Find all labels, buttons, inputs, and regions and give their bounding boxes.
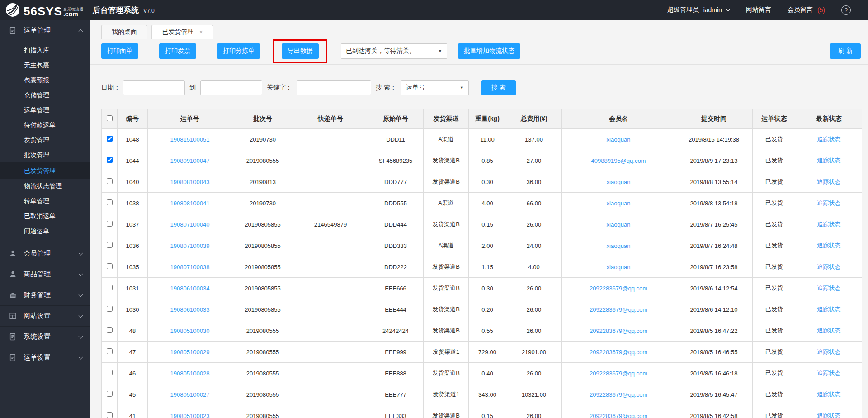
waybill-link[interactable]: 190805100028	[170, 370, 210, 377]
tracking-status-link[interactable]: 追踪状态	[817, 391, 841, 398]
row-checkbox[interactable]	[107, 370, 113, 375]
tracking-status-link[interactable]: 追踪状态	[817, 370, 841, 376]
topbar: 56SYS 全景物流通 .com 后台管理系统 V7.0 超级管理员 iadmi…	[0, 0, 868, 20]
search-by-select[interactable]: 运单号 ▼	[401, 80, 469, 95]
member-link[interactable]: xiaoquan	[607, 221, 631, 228]
member-link[interactable]: 2092283679@qq.com	[590, 285, 647, 292]
sidebar-item-shipped-management[interactable]: 已发货管理	[0, 162, 90, 179]
member-link[interactable]: 2092283679@qq.com	[590, 413, 647, 418]
row-checkbox[interactable]	[107, 242, 113, 248]
sidebar-section-system-settings[interactable]: 系统设置	[0, 326, 90, 347]
member-link[interactable]: 2092283679@qq.com	[590, 391, 647, 398]
sidebar-item-waybill-management[interactable]: 运单管理	[0, 103, 90, 118]
member-link[interactable]: 2092283679@qq.com	[590, 306, 647, 313]
close-tab-icon[interactable]: ×	[199, 28, 203, 36]
member-link[interactable]: xiaoquan	[607, 264, 631, 271]
batch-add-status-button[interactable]: 批量增加物流状态	[458, 43, 520, 59]
waybill-link[interactable]: 190806100034	[170, 285, 210, 292]
sidebar-item-cancelled-waybill[interactable]: 已取消运单	[0, 209, 90, 223]
date-to-input[interactable]	[200, 80, 262, 95]
tracking-status-link[interactable]: 追踪状态	[817, 221, 841, 228]
member-messages-link[interactable]: 会员留言 (5)	[788, 6, 825, 14]
cell-order-id: 1037	[118, 214, 148, 235]
waybill-link[interactable]: 190807100040	[170, 221, 210, 228]
waybill-link[interactable]: 190815100051	[170, 136, 210, 143]
logistics-status-select[interactable]: 已到达海关，等待清关。 ▼	[341, 43, 447, 59]
tracking-status-link[interactable]: 追踪状态	[817, 178, 841, 185]
waybill-link[interactable]: 190805100023	[170, 413, 210, 418]
row-checkbox[interactable]	[107, 391, 113, 397]
row-checkbox[interactable]	[107, 178, 113, 184]
member-link[interactable]: 2092283679@qq.com	[590, 349, 647, 356]
sidebar-item-package-forecast[interactable]: 包裹预报	[0, 73, 90, 88]
sidebar-section-product-management[interactable]: 商品管理	[0, 264, 90, 285]
sidebar-item-transfer-management[interactable]: 转单管理	[0, 194, 90, 209]
row-checkbox[interactable]	[107, 306, 113, 312]
sidebar-item-shipping-management[interactable]: 发货管理	[0, 133, 90, 147]
tracking-status-link[interactable]: 追踪状态	[817, 306, 841, 313]
site-messages-link[interactable]: 网站留言	[746, 6, 771, 14]
waybill-link[interactable]: 190806100033	[170, 306, 210, 313]
print-sorting-button[interactable]: 打印分拣单	[217, 43, 260, 59]
sidebar-item-scan-inbound[interactable]: 扫描入库	[0, 43, 90, 58]
help-icon[interactable]: ?	[841, 5, 851, 15]
sidebar-section-waybill-management[interactable]: 运单管理	[0, 20, 90, 41]
table-row: 103019080610003320190805855EEE444发货渠道B0.…	[102, 299, 862, 320]
sidebar-section-website-settings[interactable]: 网站设置	[0, 305, 90, 326]
member-link[interactable]: 2092283679@qq.com	[590, 370, 647, 377]
waybill-link[interactable]: 190808100041	[170, 200, 210, 207]
member-link[interactable]: xiaoquan	[607, 242, 631, 249]
member-link[interactable]: 2092283679@qq.com	[590, 328, 647, 334]
member-link[interactable]: xiaoquan	[607, 136, 631, 143]
row-checkbox[interactable]	[107, 412, 113, 418]
row-checkbox[interactable]	[107, 200, 113, 205]
sidebar-item-pending-payment-waybill[interactable]: 待付款运单	[0, 118, 90, 133]
tracking-status-link[interactable]: 追踪状态	[817, 285, 841, 291]
waybill-link[interactable]: 190807100038	[170, 264, 210, 271]
export-data-button[interactable]: 导出数据	[282, 43, 319, 59]
tracking-status-link[interactable]: 追踪状态	[817, 136, 841, 142]
tracking-status-link[interactable]: 追踪状态	[817, 200, 841, 206]
waybill-link[interactable]: 190807100039	[170, 242, 210, 249]
sidebar-section-waybill-settings[interactable]: 运单设置	[0, 347, 90, 368]
keyword-input[interactable]	[297, 80, 371, 95]
tracking-status-link[interactable]: 追踪状态	[817, 412, 841, 418]
print-invoice-button[interactable]: 打印发票	[159, 43, 196, 59]
waybill-link[interactable]: 190809100047	[170, 157, 210, 164]
sidebar-item-batch-management[interactable]: 批次管理	[0, 147, 90, 162]
sidebar-item-problem-waybill[interactable]: 问题运单	[0, 223, 90, 238]
search-button[interactable]: 搜 索	[481, 80, 516, 95]
tracking-status-link[interactable]: 追踪状态	[817, 242, 841, 249]
tab-my-desktop[interactable]: 我的桌面	[101, 25, 147, 39]
waybill-link[interactable]: 190808100043	[170, 179, 210, 185]
sidebar-item-logistics-status-management[interactable]: 物流状态管理	[0, 179, 90, 194]
sidebar-section-finance-management[interactable]: 财务管理	[0, 285, 90, 305]
member-link[interactable]: 409889195@qq.com	[591, 157, 646, 164]
tracking-status-link[interactable]: 追踪状态	[817, 327, 841, 334]
date-from-input[interactable]	[123, 80, 185, 95]
waybill-link[interactable]: 190805100027	[170, 391, 210, 398]
waybill-link[interactable]: 190805100030	[170, 328, 210, 334]
row-checkbox[interactable]	[107, 327, 113, 333]
row-checkbox[interactable]	[107, 221, 113, 227]
sidebar-item-unclaimed-package[interactable]: 无主包裹	[0, 58, 90, 73]
sidebar-item-warehouse-management[interactable]: 仓储管理	[0, 88, 90, 103]
row-checkbox[interactable]	[107, 136, 113, 142]
row-checkbox[interactable]	[107, 285, 113, 290]
tracking-status-link[interactable]: 追踪状态	[817, 348, 841, 355]
print-label-button[interactable]: 打印面单	[101, 43, 138, 59]
refresh-button[interactable]: 刷 新	[830, 43, 861, 59]
row-checkbox[interactable]	[107, 157, 113, 163]
row-checkbox[interactable]	[107, 263, 113, 269]
member-link[interactable]: xiaoquan	[607, 179, 631, 185]
row-checkbox[interactable]	[107, 348, 113, 354]
user-menu[interactable]: 超级管理员 iadmin	[667, 6, 730, 14]
waybill-link[interactable]: 190805100029	[170, 349, 210, 356]
sidebar-section-member-management[interactable]: 会员管理	[0, 243, 90, 264]
select-all-checkbox[interactable]	[107, 115, 113, 121]
tracking-status-link[interactable]: 追踪状态	[817, 263, 841, 270]
cell-fee: 137.00	[506, 129, 562, 150]
tracking-status-link[interactable]: 追踪状态	[817, 157, 841, 164]
member-link[interactable]: xiaoquan	[607, 200, 631, 207]
tab-shipped-management[interactable]: 已发货管理 ×	[151, 25, 213, 39]
